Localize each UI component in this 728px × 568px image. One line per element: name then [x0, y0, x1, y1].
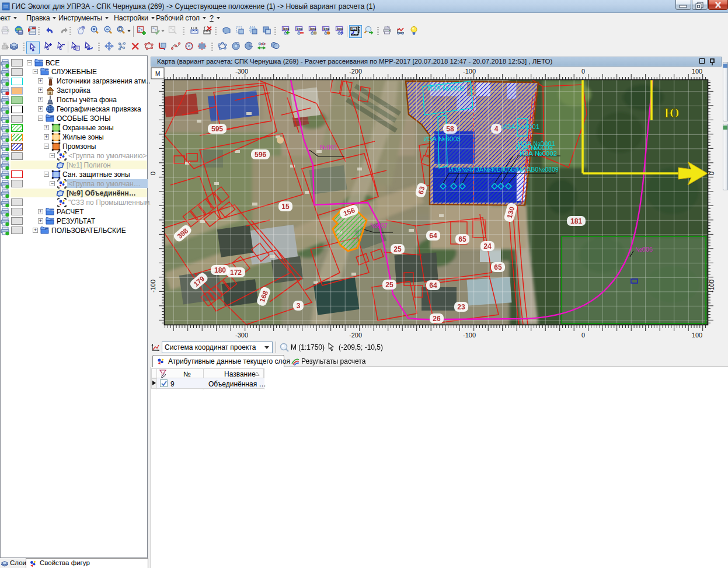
svg-text:100: 100 — [692, 68, 702, 75]
svg-text:-200: -200 — [349, 68, 362, 75]
svg-text:ИЗА №6001: ИЗА №6001 — [502, 123, 539, 130]
svg-text:25: 25 — [385, 281, 393, 289]
svg-text:-100: -100 — [463, 68, 476, 75]
svg-text:15: 15 — [281, 203, 290, 211]
svg-text:4: 4 — [494, 125, 499, 133]
svg-text:-300: -300 — [235, 68, 248, 75]
svg-text:3: 3 — [297, 302, 301, 310]
svg-text:26: 26 — [433, 315, 441, 323]
svg-text:180: 180 — [214, 266, 226, 274]
svg-text:Ю: Ю — [664, 106, 680, 120]
svg-text:65: 65 — [458, 235, 466, 243]
svg-text:596: 596 — [255, 151, 266, 159]
svg-text:ИЗА №0002: ИЗА №0002 — [520, 150, 557, 157]
svg-text:181: 181 — [570, 217, 582, 225]
svg-text:595: 595 — [211, 125, 223, 133]
svg-text:64: 64 — [429, 232, 437, 240]
svg-text:58: 58 — [446, 125, 454, 133]
svg-text:0: 0 — [708, 172, 715, 175]
svg-text:0: 0 — [151, 172, 156, 175]
svg-text:М: М — [155, 71, 160, 77]
svg-text:0: 0 — [581, 68, 585, 75]
svg-text:-100: -100 — [463, 332, 476, 339]
svg-text:-100: -100 — [708, 280, 715, 292]
svg-text:100: 100 — [692, 332, 702, 339]
svg-text:64: 64 — [429, 281, 437, 290]
svg-text:ИЗА №6002: ИЗА №6002 — [427, 85, 465, 92]
svg-text:№001: №001 — [320, 144, 337, 151]
svg-text:-300: -300 — [235, 332, 248, 339]
svg-text:№007: №007 — [370, 222, 388, 229]
svg-text:-200: -200 — [349, 332, 362, 339]
svg-text:№006: №006 — [635, 246, 653, 253]
svg-text:0: 0 — [581, 332, 585, 339]
svg-text:-100: -100 — [151, 280, 156, 292]
svg-text:ИЗА №6003: ИЗА №6003 — [423, 135, 461, 142]
svg-text:ИЗА№4ИЗА№40Б005Б/№0АВ0№0809: ИЗА№4ИЗА№40Б005Б/№0АВ0№0809 — [449, 166, 559, 173]
svg-text:25: 25 — [393, 245, 402, 253]
svg-text:23: 23 — [457, 303, 465, 311]
svg-text:172: 172 — [230, 269, 242, 277]
svg-text:65: 65 — [494, 263, 502, 271]
svg-text:24: 24 — [483, 242, 492, 250]
